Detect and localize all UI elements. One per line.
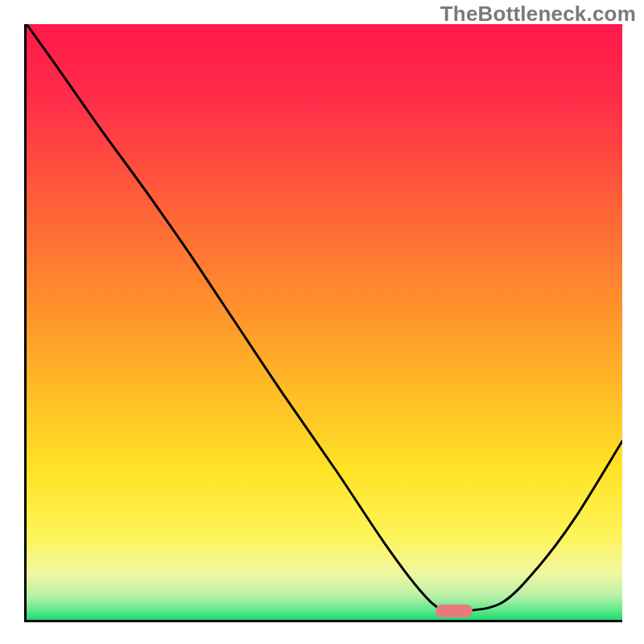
optimal-region-marker xyxy=(436,605,473,617)
chart-plot-area xyxy=(24,24,622,622)
chart-line-series xyxy=(27,24,622,620)
watermark-text: TheBottleneck.com xyxy=(440,2,636,27)
